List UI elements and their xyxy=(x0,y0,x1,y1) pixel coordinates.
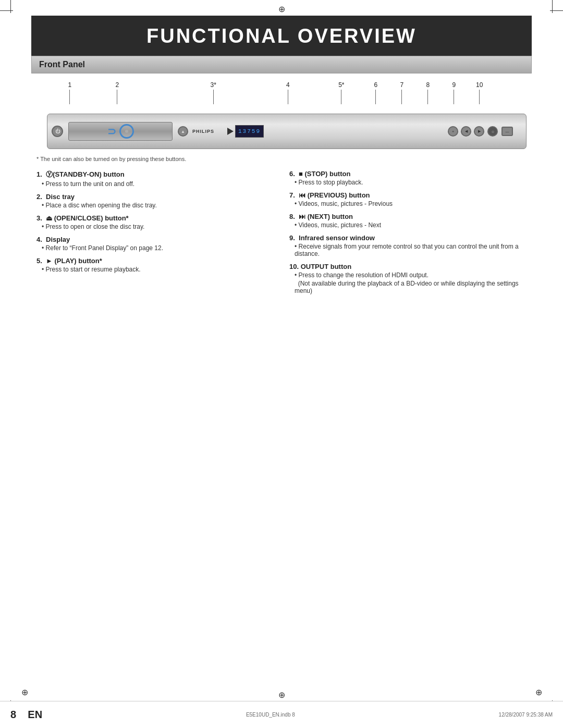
previous-button-illustration: ◀ xyxy=(461,126,471,137)
play-button-illustration xyxy=(227,128,234,135)
language-label: EN xyxy=(28,709,42,720)
item-3-title: 3. ⏏ (OPEN/CLOSE) button* xyxy=(36,214,274,222)
date-info: 12/28/2007 9:25:38 AM xyxy=(499,712,553,718)
next-button-illustration: ▶ xyxy=(474,126,484,137)
bluray-symbol: ⊃ xyxy=(107,125,116,138)
num-label-4: 4 xyxy=(286,81,290,104)
section-title: Front Panel xyxy=(39,60,524,69)
item-10-body: Press to change the resolution of HDMI o… xyxy=(289,272,527,294)
diagram-area: 1 2 3* 4 5* xyxy=(31,73,532,152)
num-label-8: 8 xyxy=(426,81,430,104)
num-label-5: 5* xyxy=(338,81,344,104)
ir-sensor-illustration: ⊙ xyxy=(487,126,498,137)
title-section: FUNCTIONAL OVERVIEW xyxy=(31,16,532,56)
output-button-illustration: — xyxy=(501,127,513,136)
num-label-7: 7 xyxy=(400,81,404,104)
item-1: 1. ⓨ(STANDBY-ON) button Press to turn th… xyxy=(36,170,274,188)
standby-button-illustration: ⏻ xyxy=(52,126,63,137)
open-close-button-illustration: ▲ xyxy=(178,126,188,137)
item-9-body: Receive signals from your remote control… xyxy=(289,243,527,257)
num-label-1: 1 xyxy=(68,81,72,104)
num-label-6: 6 xyxy=(374,81,377,104)
item-4-body: Refer to “Front Panel Display” on page 1… xyxy=(36,244,274,252)
page-content: FUNCTIONAL OVERVIEW Front Panel 1 2 3* xyxy=(31,0,532,728)
item-9-title: 9. Infrared sensor window xyxy=(289,234,527,242)
item-7-body: Videos, music, pictures - Previous xyxy=(289,200,527,207)
item-8: 8. ⏭ (NEXT) button Videos, music, pictur… xyxy=(289,213,527,229)
reg-mark-bottom-right: ⊕ xyxy=(534,687,543,697)
item-3-body: Press to open or close the disc tray. xyxy=(36,223,274,230)
item-2-body: Place a disc when opening the disc tray. xyxy=(36,202,274,209)
item-6-title: 6. ■ (STOP) button xyxy=(289,170,527,178)
item-10-title: 10. OUTPUT button xyxy=(289,263,527,270)
device-diagram: ⏻ ⊃ ▲ PHILIPS xyxy=(42,114,521,149)
device-body: ⏻ ⊃ ▲ PHILIPS xyxy=(47,114,527,149)
right-column: 6. ■ (STOP) button Press to stop playbac… xyxy=(289,170,527,300)
item-8-title: 8. ⏭ (NEXT) button xyxy=(289,213,527,220)
item-7-title: 7. ⏮ (PREVIOUS) button xyxy=(289,191,527,199)
num-label-10: 10 xyxy=(476,81,483,104)
num-label-3: 3* xyxy=(211,81,216,104)
philips-logo: PHILIPS xyxy=(192,129,214,134)
crop-mark xyxy=(0,10,13,11)
file-info: E5E10UD_EN.indb 8 xyxy=(246,712,295,718)
item-2: 2. Disc tray Place a disc when opening t… xyxy=(36,193,274,209)
item-8-body: Videos, music, pictures - Next xyxy=(289,221,527,229)
descriptions: 1. ⓨ(STANDBY-ON) button Press to turn th… xyxy=(36,170,527,300)
item-6: 6. ■ (STOP) button Press to stop playbac… xyxy=(289,170,527,186)
item-6-body: Press to stop playback. xyxy=(289,179,527,186)
num-label-2: 2 xyxy=(116,81,119,104)
section-header: Front Panel xyxy=(31,56,532,73)
reg-mark-bottom-left: ⊕ xyxy=(20,687,29,697)
item-1-title: 1. ⓨ(STANDBY-ON) button xyxy=(36,170,274,179)
display-illustration: 13759 xyxy=(235,125,264,138)
item-5-title: 5. ► (PLAY) button* xyxy=(36,257,274,265)
number-labels-row: 1 2 3* 4 5* xyxy=(44,81,519,114)
item-5-body: Press to start or resume playback. xyxy=(36,266,274,273)
disc-tray-illustration: ⊃ xyxy=(68,122,173,141)
bottom-bar: 8 EN E5E10UD_EN.indb 8 12/28/2007 9:25:3… xyxy=(0,701,563,728)
left-column: 1. ⓨ(STANDBY-ON) button Press to turn th… xyxy=(36,170,274,300)
item-2-title: 2. Disc tray xyxy=(36,193,274,201)
item-4: 4. Display Refer to “Front Panel Display… xyxy=(36,236,274,252)
crop-mark xyxy=(10,0,11,13)
item-3: 3. ⏏ (OPEN/CLOSE) button* Press to open … xyxy=(36,214,274,230)
item-10: 10. OUTPUT button Press to change the re… xyxy=(289,263,527,294)
page-number: 8 EN xyxy=(10,709,42,721)
item-9: 9. Infrared sensor window Receive signal… xyxy=(289,234,527,257)
item-1-body: Press to turn the unit on and off. xyxy=(36,180,274,188)
crop-mark xyxy=(552,0,553,13)
item-5: 5. ► (PLAY) button* Press to start or re… xyxy=(36,257,274,273)
page-title: FUNCTIONAL OVERVIEW xyxy=(31,25,532,47)
num-label-9: 9 xyxy=(452,81,456,104)
stop-button-illustration: + xyxy=(448,126,458,137)
item-4-title: 4. Display xyxy=(36,236,274,243)
item-7: 7. ⏮ (PREVIOUS) button Videos, music, pi… xyxy=(289,191,527,207)
footnote: * The unit can also be turned on by pres… xyxy=(36,156,527,162)
